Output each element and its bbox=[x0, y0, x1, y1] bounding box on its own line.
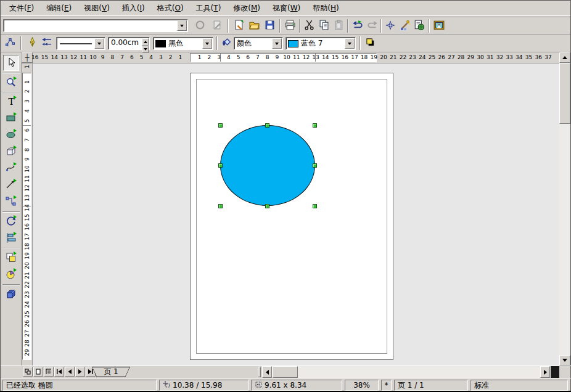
new-document-button[interactable] bbox=[232, 19, 245, 33]
handle-top-center[interactable] bbox=[265, 123, 269, 128]
scroll-down-button[interactable] bbox=[559, 355, 570, 365]
line-style-dropdown-button[interactable] bbox=[94, 38, 104, 49]
tool-connector[interactable] bbox=[3, 194, 19, 210]
line-style-select[interactable] bbox=[56, 37, 105, 50]
vertical-scrollbar[interactable] bbox=[559, 52, 570, 365]
tool-rotate[interactable] bbox=[3, 214, 19, 230]
resize-corner[interactable] bbox=[559, 366, 570, 378]
handle-top-left[interactable] bbox=[218, 123, 223, 128]
cut-button[interactable] bbox=[302, 19, 316, 33]
v-ruler-number: 14 bbox=[24, 203, 30, 213]
save-icon bbox=[265, 20, 275, 32]
line-dialog-button[interactable] bbox=[25, 36, 39, 50]
fill-type-value[interactable]: 颜色 bbox=[234, 38, 271, 49]
status-style-value[interactable]: 标准 bbox=[474, 380, 489, 391]
line-color-dropdown-button[interactable] bbox=[202, 38, 212, 49]
layer-mode-button[interactable] bbox=[23, 367, 33, 377]
tool-arrange[interactable] bbox=[3, 250, 19, 266]
tool-zoom[interactable] bbox=[3, 75, 19, 91]
status-position-field[interactable]: 10.38 / 15.98 bbox=[159, 380, 249, 391]
v-ruler-number: 19 bbox=[24, 251, 30, 261]
tool-line-arrow[interactable] bbox=[3, 178, 19, 194]
tool-3d-controller[interactable] bbox=[3, 287, 19, 303]
print-button[interactable] bbox=[283, 19, 297, 33]
menu-item-6[interactable]: 修改(M) bbox=[227, 1, 266, 15]
tool-3d-object[interactable] bbox=[3, 144, 19, 160]
menu-item-8[interactable]: 帮助(H) bbox=[306, 1, 345, 15]
handle-top-right[interactable] bbox=[313, 123, 317, 128]
line-width-spinner[interactable]: 0.00cm bbox=[108, 37, 150, 50]
tool-ellipse[interactable] bbox=[3, 128, 19, 144]
menu-item-3[interactable]: 插入(I) bbox=[116, 1, 151, 15]
arrow-ends-button[interactable] bbox=[39, 36, 53, 50]
vertical-scroll-thumb[interactable] bbox=[559, 63, 570, 124]
tool-select[interactable] bbox=[3, 55, 19, 71]
line-width-value[interactable]: 0.00cm bbox=[109, 38, 141, 49]
status-style-field[interactable]: 标准 bbox=[470, 380, 568, 391]
save-button[interactable] bbox=[263, 19, 276, 33]
fill-type-dropdown-button[interactable] bbox=[272, 38, 282, 49]
gallery-button[interactable] bbox=[413, 19, 426, 33]
horizontal-ruler: ┼ 16151413121110987654321123456789101112… bbox=[22, 52, 559, 63]
page-tab-label[interactable]: 页 1 bbox=[92, 367, 130, 377]
drawing-canvas[interactable] bbox=[33, 63, 559, 365]
menu-item-2[interactable]: 视图(V) bbox=[78, 1, 116, 15]
status-zoom-field[interactable]: 38% bbox=[345, 380, 379, 391]
menu-item-0[interactable]: 文件(F) bbox=[3, 1, 40, 15]
handle-bottom-left[interactable] bbox=[218, 204, 223, 208]
status-size-value[interactable]: 9.61 x 8.34 bbox=[265, 381, 306, 390]
status-position-value[interactable]: 10.38 / 15.98 bbox=[173, 381, 222, 390]
undo-button[interactable] bbox=[351, 19, 364, 33]
horizontal-scrollbar[interactable] bbox=[262, 366, 551, 378]
tool-rectangle[interactable] bbox=[3, 111, 19, 127]
fill-can-icon bbox=[221, 37, 232, 49]
menu-item-1[interactable]: 编辑(E) bbox=[40, 1, 78, 15]
previous-page-button[interactable] bbox=[65, 367, 75, 377]
status-zoom-value[interactable]: 38% bbox=[353, 381, 370, 390]
area-dialog-button[interactable] bbox=[220, 36, 233, 50]
arrow-ends-icon bbox=[41, 37, 52, 49]
tool-text[interactable]: T bbox=[3, 94, 19, 110]
fill-color-value[interactable]: 蓝色 7 bbox=[298, 38, 344, 49]
page-mode-button[interactable] bbox=[33, 367, 43, 377]
status-size-field[interactable]: 9.61 x 8.34 bbox=[251, 380, 342, 391]
scroll-left-button[interactable] bbox=[262, 366, 272, 378]
copy-icon bbox=[319, 20, 329, 32]
fill-color-dropdown-button[interactable] bbox=[345, 38, 355, 49]
line-color-select[interactable]: 黑色 bbox=[153, 37, 213, 50]
next-page-button[interactable] bbox=[75, 367, 85, 377]
scroll-up-button[interactable] bbox=[559, 52, 570, 63]
edit-points-button[interactable] bbox=[3, 36, 17, 50]
url-combo[interactable] bbox=[3, 19, 188, 32]
ellipse-shape[interactable] bbox=[220, 125, 315, 206]
handle-bottom-right[interactable] bbox=[313, 204, 317, 208]
open-button[interactable] bbox=[247, 19, 261, 33]
navigator-button[interactable] bbox=[384, 19, 397, 33]
scroll-right-button[interactable] bbox=[540, 366, 550, 378]
menu-item-7[interactable]: 视窗(W) bbox=[266, 1, 306, 15]
tool-curve[interactable] bbox=[3, 161, 19, 177]
menu-item-4[interactable]: 格式(O) bbox=[151, 1, 190, 15]
menu-item-5[interactable]: 工具(T) bbox=[190, 1, 228, 15]
horizontal-scroll-thumb[interactable] bbox=[273, 366, 298, 378]
handle-bottom-center[interactable] bbox=[265, 204, 269, 208]
shadow-button[interactable] bbox=[363, 36, 377, 50]
image-button[interactable] bbox=[432, 19, 446, 33]
page-tab[interactable]: 页 1 bbox=[92, 367, 130, 377]
handle-mid-right[interactable] bbox=[313, 163, 317, 168]
fill-type-select[interactable]: 颜色 bbox=[234, 37, 283, 50]
line-width-up-button[interactable] bbox=[142, 38, 149, 46]
tool-alignment[interactable] bbox=[3, 231, 19, 247]
first-page-button[interactable] bbox=[54, 367, 64, 377]
url-combo-dropdown-button[interactable] bbox=[177, 20, 187, 31]
tab-splitter[interactable] bbox=[258, 367, 261, 377]
line-style-preview bbox=[57, 39, 94, 48]
stylist-button[interactable] bbox=[398, 19, 412, 33]
handle-mid-left[interactable] bbox=[218, 163, 223, 168]
copy-button[interactable] bbox=[317, 19, 331, 33]
master-mode-button[interactable] bbox=[44, 367, 54, 377]
fill-color-select[interactable]: 蓝色 7 bbox=[286, 37, 356, 50]
line-color-value[interactable]: 黑色 bbox=[166, 38, 202, 49]
page[interactable] bbox=[190, 73, 393, 360]
tool-insert[interactable] bbox=[3, 267, 19, 283]
